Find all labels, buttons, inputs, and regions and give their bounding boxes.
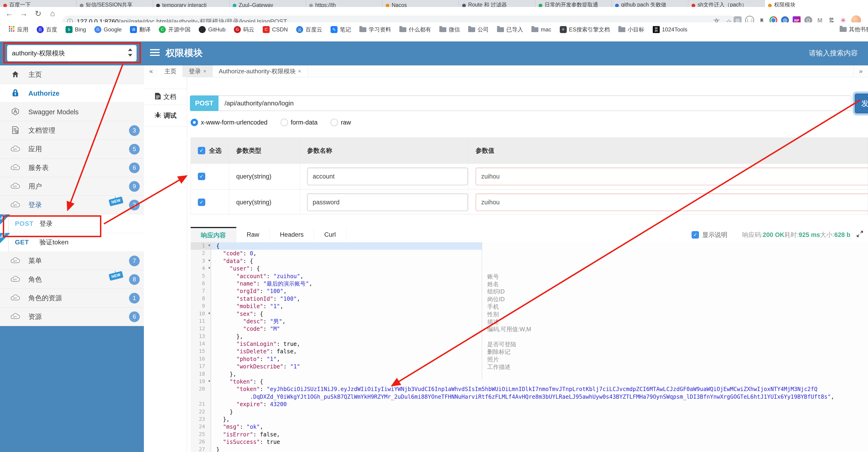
apps-grid-icon [8, 26, 15, 33]
radio-icon[interactable] [331, 119, 338, 126]
response-tab-curl[interactable]: Curl [314, 227, 346, 242]
bookmark-item[interactable]: GGoogle [94, 26, 122, 33]
browser-tab[interactable]: 日常的开发参数提取通 [535, 0, 612, 7]
tabs-expand-icon[interactable]: » [854, 65, 868, 77]
fullscreen-icon[interactable] [857, 230, 863, 239]
bookmark-item[interactable]: 应用 [8, 26, 28, 33]
sidebar-item-用户[interactable]: API用户9 [0, 177, 144, 196]
json-code: "token": "eyJhbGciOiJSUzI1NiJ9.eyJzdWIiO… [211, 386, 817, 393]
response-tab-body[interactable]: 响应内容 [191, 227, 237, 242]
browser-tab[interactable]: https://th [306, 0, 382, 7]
doc-tab[interactable]: Authorize-authority-权限模块× [213, 65, 308, 77]
rail-item-debug[interactable]: 调试 [144, 105, 187, 126]
doc-tab[interactable]: 登录× [183, 65, 213, 77]
json-code: "isCanLogin": true, [211, 340, 300, 348]
home-icon[interactable]: ⌂ [48, 9, 58, 18]
fold-caret-icon[interactable]: ▾ [208, 266, 210, 270]
sidebar-item-资源[interactable]: API资源6 [0, 308, 144, 326]
json-line: 25 "isError": false, [191, 431, 868, 438]
bookmark-label: 开源中国 [168, 26, 190, 33]
bookmark-item[interactable]: GitHub [199, 26, 225, 33]
bookmark-item[interactable]: ✎笔记 [331, 26, 351, 33]
sidebar-item-角色的资源[interactable]: API角色的资源1 [0, 289, 144, 308]
response-tab-raw[interactable]: Raw [237, 227, 270, 242]
rail-item-doc[interactable]: 文档 [144, 89, 187, 105]
bookmark-item[interactable]: 公司 [468, 26, 489, 33]
browser-tab[interactable]: Nacos [382, 0, 459, 7]
folder-icon [618, 27, 625, 32]
show-description-checkbox[interactable]: ✓ [691, 231, 699, 238]
rail-label: 调试 [164, 111, 177, 120]
bookmark-item[interactable]: C开源中国 [159, 26, 190, 33]
json-code: } [211, 446, 219, 452]
forward-icon[interactable]: → [19, 9, 29, 18]
browser-tab[interactable]: 百度一下 [0, 0, 76, 7]
bookmark-item[interactable]: 什么都有 [399, 26, 431, 33]
endpoint-path-input[interactable]: /api/authority/anno/login [218, 95, 851, 111]
sidebar-item-服务表[interactable]: API服务表6 [0, 159, 144, 177]
radio-icon[interactable] [191, 119, 198, 126]
bookmark-item[interactable]: bBing [66, 26, 86, 33]
bookmark-item[interactable]: 小目标 [618, 26, 644, 33]
send-button[interactable]: 发送 [855, 93, 868, 113]
bookmark-item[interactable]: 云百度云 [296, 26, 322, 33]
bookmark-item[interactable]: 学习资料 [360, 26, 391, 33]
radio-icon[interactable] [281, 119, 288, 126]
sidebar-item-Authorize[interactable]: Authorize [0, 84, 144, 103]
param-checkbox[interactable]: ✓ [198, 199, 205, 206]
fold-caret-icon[interactable]: ▾ [208, 258, 210, 262]
browser-tab[interactable]: 短信/SESSION共享 [76, 0, 153, 7]
sidebar-item-应用[interactable]: API应用5 [0, 140, 144, 159]
sidebar-item-主页[interactable]: 主页 [0, 65, 144, 84]
sidebar-item-菜单[interactable]: API菜单7 [0, 252, 144, 270]
param-value-input[interactable]: zuihou [475, 168, 868, 185]
browser-tab[interactable]: sh文件迁入（pach） [688, 0, 765, 7]
header-search-input[interactable]: 请输入搜索内容 [809, 49, 858, 58]
tabs-collapse-icon[interactable]: « [144, 65, 158, 77]
content-type-option[interactable]: x-www-form-urlencoded [191, 119, 268, 126]
close-icon[interactable]: × [298, 68, 301, 75]
browser-tab[interactable]: temporary interacti [153, 0, 229, 7]
reload-icon[interactable]: ↻ [33, 9, 43, 18]
sidebar-item-登录[interactable]: API登录NEW2 [0, 196, 144, 214]
response-tab-headers[interactable]: Headers [270, 227, 314, 242]
bookmark-item[interactable]: G码云 [234, 26, 254, 33]
sidebar-item-文档管理[interactable]: 文档管理3 [0, 121, 144, 140]
close-icon[interactable]: × [203, 68, 207, 75]
bookmark-item[interactable]: ≡ES搜索引擎文档 [560, 26, 610, 33]
bookmark-item[interactable]: 微信 [439, 26, 460, 33]
tab-favicon [462, 4, 466, 7]
response-json-viewer[interactable]: 1▾{2 "code": 0,3▾ "data": {4▾ "user": {5… [191, 242, 868, 452]
bookmark-other[interactable]: 其他书签 [840, 26, 868, 33]
browser-tab[interactable]: github pach 失败做 [612, 0, 688, 7]
select-all-checkbox[interactable]: ✓ [198, 147, 205, 154]
fold-caret-icon[interactable]: ▾ [208, 243, 210, 247]
sidebar-item-角色[interactable]: API角色NEW8 [0, 270, 144, 289]
browser-tab[interactable]: Zuul–Gateway [229, 0, 306, 7]
bookmark-item[interactable]: 10241024Tools [653, 26, 687, 33]
bookmark-item[interactable]: CCSDN [263, 26, 288, 33]
fold-caret-icon[interactable]: ▾ [208, 311, 210, 315]
param-checkbox[interactable]: ✓ [198, 173, 205, 180]
bookmark-item[interactable]: 已导入 [497, 26, 523, 33]
content-type-option[interactable]: form-data [281, 119, 318, 126]
bookmark-item[interactable]: 百百度 [37, 26, 57, 33]
bookmark-item[interactable]: mac [531, 26, 551, 33]
back-icon[interactable]: ← [4, 9, 14, 18]
menu-toggle-icon[interactable] [150, 49, 160, 57]
doc-tab[interactable]: 主页 [158, 65, 183, 77]
fold-caret-icon[interactable]: ▾ [208, 379, 210, 383]
content-type-option[interactable]: raw [331, 119, 351, 126]
sidebar-item-Swagger Models[interactable]: Swagger Models [0, 103, 144, 121]
param-name-input[interactable]: account [307, 168, 468, 185]
param-name-input[interactable]: password [307, 193, 468, 211]
field-description: 删除标记 [487, 348, 510, 356]
param-value-input[interactable]: zuihou [475, 193, 868, 211]
browser-tab[interactable]: 权限模块 [765, 0, 868, 7]
tab-title: github pach 失败做 [621, 1, 666, 7]
bookmark-label: 百度 [46, 26, 57, 33]
browser-tab[interactable]: Route 和 过滤器 [459, 0, 535, 7]
sidebar-item-label: 应用 [28, 144, 42, 154]
bookmark-item[interactable]: 译翻译 [130, 26, 150, 33]
doc-tab-label: 主页 [164, 67, 177, 76]
